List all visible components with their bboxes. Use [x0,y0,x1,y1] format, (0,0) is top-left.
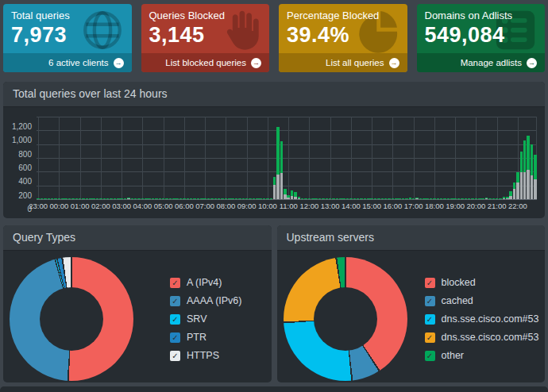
legend-item-ptr[interactable]: ✓PTR [170,332,241,343]
bar-green-segment [481,198,484,199]
bar-green-segment [86,198,88,199]
arrow-circle-right-icon: → [527,58,537,68]
bar-green-segment [388,198,390,199]
bar-green-segment [152,198,154,199]
bar-gray-segment [520,172,523,199]
stat-cards-row: Total queries7,9736 active clients→Queri… [0,0,548,72]
bar-gray-segment [280,173,283,199]
legend-label: dns.sse.cisco.com#53 [442,313,539,325]
bar-green-segment [64,198,67,199]
x-axis-label: 08:00 [217,202,236,210]
bar-green-segment [318,198,321,199]
bar-green-segment [308,198,311,199]
bar-green-segment [384,198,387,199]
bar-gray-segment [284,194,286,200]
bar-green-segment [159,198,161,199]
bar-gray-segment [527,170,529,199]
legend-item-aaaa-ipv6[interactable]: ✓AAAA (IPv6) [170,295,241,306]
legend-checkbox-icon: ✓ [170,278,180,288]
bar-gray-segment [127,198,129,199]
bar-chart-plot [37,117,537,199]
bar-gray-segment [273,185,276,199]
card-footer-label: List all queries [326,58,384,67]
x-axis-label: 06:00 [175,202,194,210]
bar-green-segment [280,141,283,173]
card-footer-link[interactable]: Manage adlists→ [417,53,546,72]
bar-green-segment [360,198,362,199]
bar-green-segment [468,198,470,199]
bar-green-segment [291,190,293,196]
legend-item-cached[interactable]: ✓cached [425,295,539,306]
x-axis-label: 21:00 [488,202,507,210]
bar-green-segment [329,198,331,199]
upstream-servers-legend: ✓blocked✓cached✓dns.sse.cisco.com#53✓dns… [425,277,539,361]
legend-label: SRV [187,313,206,325]
legend-item-a-ipv4[interactable]: ✓A (IPv4) [170,277,241,288]
bar-green-segment [141,198,144,199]
bar-green-segment [364,198,366,199]
bar-green-segment [381,198,384,199]
bar-green-segment [266,198,268,199]
bar-green-segment [179,198,182,199]
card-title: Queries Blocked [149,10,262,21]
x-axis-label: 15:00 [362,202,381,210]
bar-green-segment [488,198,491,199]
bar-green-segment [106,198,109,199]
legend-checkbox-icon: ✓ [425,351,435,361]
card-footer-link[interactable]: List blocked queries→ [141,53,270,72]
bar-green-segment [457,198,460,199]
card-footer-link[interactable]: 6 active clients→ [3,53,132,72]
next-panel-top-edge [0,386,548,392]
bar-green-segment [114,198,116,199]
bar-green-segment [120,198,122,199]
legend-item-dns-sse-cisco-com-53[interactable]: ✓dns.sse.cisco.com#53 [425,332,539,343]
bar-green-segment [398,198,400,199]
x-axis: 23:0000:0001:0002:0003:0004:0005:0006:00… [37,202,537,213]
legend-item-dns-sse-cisco-com-53[interactable]: ✓dns.sse.cisco.com#53 [425,313,539,325]
bar-green-segment [238,198,241,199]
bar-green-segment [231,198,233,199]
bar-green-segment [423,198,425,199]
card-footer-link[interactable]: List all queries→ [279,53,407,72]
legend-item-srv[interactable]: ✓SRV [170,313,241,325]
legend-label: dns.sse.cisco.com#53 [442,332,539,343]
upstream-servers-panel: Upstream servers ✓blocked✓cached✓dns.sse… [277,225,546,382]
bar-green-segment [453,198,456,199]
bar-green-segment [402,198,404,199]
query-bar [534,117,537,199]
bar-green-segment [471,198,473,199]
y-axis-label: 1,000 [12,136,32,144]
bar-green-segment [172,198,175,199]
stat-card-total-queries: Total queries7,9736 active clients→ [3,4,132,72]
bar-green-segment [187,198,189,199]
bar-green-segment [437,198,439,199]
legend-item-other[interactable]: ✓other [425,350,539,361]
bar-green-segment [440,198,442,199]
bar-gray-segment [485,198,488,199]
card-body: Total queries7,973 [3,4,132,53]
bar-green-segment [412,198,415,199]
bar-green-segment [465,198,467,199]
bar-green-segment [221,198,223,199]
bar-green-segment [336,198,338,199]
bar-green-segment [520,152,523,172]
bar-green-segment [523,140,526,172]
query-types-chart: ✓A (IPv4)✓AAAA (IPv6)✓SRV✓PTR✓HTTPS [3,251,272,382]
bar-green-segment [534,155,536,180]
bar-green-segment [61,198,64,199]
bar-green-segment [370,198,372,199]
bar-green-segment [249,198,251,199]
bar-green-segment [273,177,276,185]
bar-green-segment [41,198,43,199]
bar-green-segment [82,198,84,199]
card-footer-label: 6 active clients [48,58,108,67]
legend-item-https[interactable]: ✓HTTPS [170,350,241,361]
upstream-servers-chart: ✓blocked✓cached✓dns.sse.cisco.com#53✓dns… [277,251,546,382]
bar-green-segment [79,198,81,199]
bottom-panels-row: Query Types ✓A (IPv4)✓AAAA (IPv6)✓SRV✓PT… [3,225,545,382]
panel-title: Query Types [3,225,272,251]
legend-item-blocked[interactable]: ✓blocked [425,277,539,288]
bar-green-segment [193,198,195,199]
bar-green-segment [169,198,172,199]
x-axis-label: 16:00 [384,202,403,210]
